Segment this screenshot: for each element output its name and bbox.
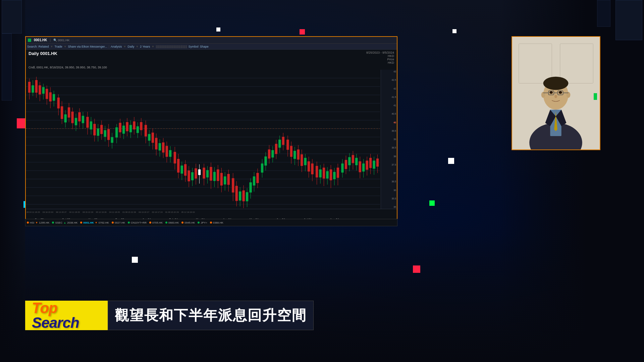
jpy-dot (198, 222, 200, 224)
svg-rect-82 (145, 125, 147, 136)
svg-rect-30 (49, 93, 51, 101)
svg-rect-42 (71, 112, 73, 123)
price-38-5: 38.5 (382, 146, 396, 149)
svg-rect-110 (195, 169, 197, 178)
svg-rect-116 (206, 170, 208, 177)
chart-area[interactable]: 43 42.5 42 41.5 41 40.5 40 39.5 39 38.5 … (26, 70, 397, 209)
chart-date-range: 8/25/2023 - 9/5/2024 HKD Price HKD (366, 51, 394, 64)
price-42-5: 42.5 (382, 79, 396, 81)
svg-rect-202 (363, 164, 365, 171)
price-41: 41 (382, 104, 396, 107)
toolbar-range[interactable]: 2 Years (140, 45, 150, 48)
svg-rect-130 (232, 178, 234, 192)
svg-rect-34 (57, 98, 59, 108)
svg-rect-180 (323, 168, 325, 178)
svg-rect-20 (32, 85, 34, 93)
svg-rect-144 (257, 173, 259, 183)
chart-toolbar: Search: Related ▼ Trade ▼ Share via Eiko… (26, 44, 397, 50)
svg-rect-198 (356, 158, 358, 165)
svg-rect-54 (94, 124, 96, 135)
hk0705-dot (149, 222, 151, 224)
svg-rect-104 (184, 164, 186, 175)
svg-rect-18 (28, 82, 30, 93)
svg-rect-184 (330, 170, 332, 180)
svg-rect-112 (198, 170, 200, 175)
svg-rect-74 (129, 125, 131, 132)
toolbar-shape[interactable]: Shape (200, 45, 209, 48)
svg-rect-108 (191, 172, 193, 180)
chart-indicator (28, 39, 31, 42)
svg-rect-46 (78, 113, 80, 121)
svg-rect-56 (97, 129, 99, 136)
svg-rect-44 (75, 118, 77, 125)
svg-rect-128 (227, 174, 229, 185)
svg-rect-206 (369, 158, 371, 168)
toolbar-analysis[interactable]: Analysis (111, 45, 122, 48)
svg-rect-120 (213, 172, 215, 181)
video-indicator (594, 93, 597, 100)
svg-rect-142 (253, 177, 255, 185)
svg-rect-102 (181, 166, 183, 173)
hk0388-dot (210, 222, 212, 224)
svg-rect-200 (359, 162, 361, 172)
search-text: Search (32, 314, 79, 331)
price-35-5: 35.5 (382, 197, 396, 200)
svg-rect-134 (239, 192, 241, 200)
svg-rect-154 (275, 144, 277, 154)
toolbar-trade[interactable]: Trade (54, 45, 62, 48)
ssec-dot (52, 222, 54, 224)
price-43: 43 (382, 70, 396, 73)
toolbar-interval[interactable]: Daily (127, 45, 134, 48)
price-40-5: 40.5 (382, 113, 396, 115)
svg-rect-70 (123, 126, 125, 133)
svg-rect-172 (308, 162, 310, 171)
svg-rect-66 (116, 127, 118, 137)
chart-window: 0001.HK | 🔍 0001.HK Search: Related ▼ Tr… (25, 36, 397, 219)
ticker-jpy: JPY= (198, 221, 207, 224)
headline-chinese: 觀望長和下半年派息回升空間 (115, 306, 307, 325)
toolbar-search[interactable]: Search: Related (27, 45, 49, 48)
svg-rect-188 (337, 168, 339, 178)
svg-rect-86 (152, 133, 154, 142)
svg-rect-64 (111, 137, 113, 143)
svg-rect-178 (319, 170, 321, 177)
svg-rect-208 (373, 161, 375, 169)
toolbar-symbol[interactable]: Symbol (189, 45, 199, 48)
ticker-ssec: SSEC▲2038.HK (52, 221, 77, 224)
float-square-7 (448, 158, 454, 164)
price-38: 38 (382, 155, 396, 158)
toolbar-share[interactable]: Share via Eikon Messenger... (68, 45, 107, 48)
svg-rect-100 (177, 159, 179, 173)
svg-rect-138 (246, 192, 248, 201)
svg-rect-136 (243, 191, 245, 201)
price-39-5: 39.5 (382, 130, 396, 132)
float-square-1 (216, 27, 220, 32)
price-41-5: 41.5 (382, 96, 396, 98)
float-square-2 (300, 29, 305, 35)
svg-rect-164 (294, 151, 296, 159)
hk0683-dot (165, 222, 167, 224)
price-42: 42 (382, 87, 396, 90)
svg-rect-158 (282, 137, 284, 145)
svg-point-230 (554, 95, 557, 98)
svg-rect-62 (108, 129, 110, 140)
svg-rect-132 (235, 186, 237, 201)
svg-point-223 (549, 91, 553, 94)
svg-rect-174 (311, 164, 313, 174)
svg-rect-150 (268, 149, 270, 158)
svg-point-220 (543, 77, 569, 90)
chart-ohlc: Cndl, 0001.HK, 8/16/2024, 39.950, 39.950… (26, 66, 397, 70)
chart-input-box[interactable]: 🔍 0001.HK (53, 39, 70, 42)
svg-rect-162 (290, 146, 292, 157)
price-37: 37 (382, 172, 396, 174)
svg-rect-84 (148, 134, 150, 140)
hsi-dot (27, 222, 29, 224)
svg-rect-146 (261, 164, 263, 172)
svg-rect-118 (210, 167, 212, 181)
float-square-9 (413, 265, 420, 273)
svg-rect-194 (348, 157, 351, 165)
svg-rect-76 (133, 122, 135, 129)
price-36-5: 36.5 (382, 180, 396, 183)
candlestick-chart (26, 70, 397, 209)
svg-rect-72 (126, 122, 128, 131)
